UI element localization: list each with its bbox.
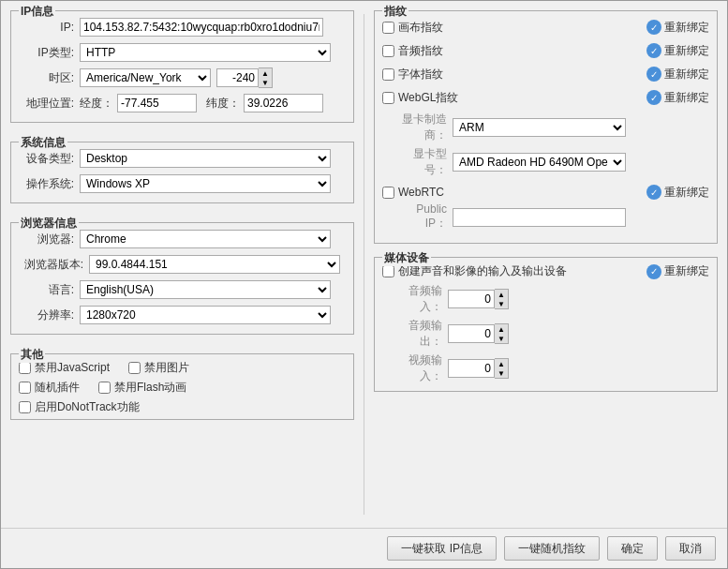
ip-label: IP: [19,21,80,34]
media-create-checkbox[interactable] [382,265,394,277]
audio-input-up-btn[interactable]: ▲ [495,290,508,299]
ip-info-title: IP信息 [19,4,55,20]
disable-js-checkbox[interactable] [19,362,31,374]
geo-inputs: 经度： 纬度： [80,94,323,112]
video-input-up-btn[interactable]: ▲ [495,359,508,368]
lang-select[interactable]: English(USA) Chinese(Simplified) [80,280,331,299]
font-fp-label[interactable]: 字体指纹 [382,67,485,82]
media-section: 媒体设备 创建声音和影像的输入及输出设备 ✓ 重新绑定 音频输入： [374,257,718,392]
dnt-checkbox[interactable] [19,401,31,413]
browser-select[interactable]: Chrome Firefox Edge Safari [80,230,331,248]
media-rebind-check-icon: ✓ [646,264,661,279]
disable-images-item[interactable]: 禁用图片 [128,360,189,376]
resolution-row: 分辨率: 1280x720 1920x1080 2560x1440 [19,305,346,325]
public-ip-row: Public IP： [382,202,709,232]
audio-fp-rebind[interactable]: ✓ 重新绑定 [646,43,709,59]
confirm-button[interactable]: 确定 [607,536,658,561]
other-title: 其他 [19,347,45,363]
webrtc-rebind[interactable]: ✓ 重新绑定 [646,185,709,201]
ip-type-select[interactable]: HTTP HTTPS SOCKS5 [80,43,331,62]
canvas-fp-checkbox[interactable] [382,22,394,34]
audio-input-row: 音频输入： ▲ ▼ [382,283,709,315]
webrtc-checkbox[interactable] [382,187,394,199]
ip-input[interactable] [80,18,323,37]
audio-output-spinner-btns: ▲ ▼ [495,323,509,344]
browser-version-select[interactable]: 99.0.4844.151 [89,255,340,274]
gpu-model-label: 显卡型号： [392,146,453,178]
dnt-item[interactable]: 启用DoNotTrack功能 [19,399,140,415]
webrtc-check-icon: ✓ [646,185,661,200]
fingerprint-title: 指纹 [382,4,409,20]
audio-output-up-btn[interactable]: ▲ [495,324,508,334]
disable-images-checkbox[interactable] [128,362,141,374]
browser-label: 浏览器: [19,232,80,247]
left-panel: IP信息 IP: IP类型: HTTP HTTPS SOCKS5 时区: [10,10,354,518]
system-info-title: 系统信息 [19,135,67,151]
webrtc-label[interactable]: WebRTC [382,186,485,199]
offset-down-btn[interactable]: ▼ [259,78,272,87]
webgl-fp-checkbox[interactable] [382,92,394,104]
timezone-offset-input[interactable] [216,68,259,87]
video-input-field[interactable] [448,359,495,378]
longitude-input[interactable] [117,94,197,112]
canvas-fp-label[interactable]: 画布指纹 [382,20,485,36]
disable-flash-checkbox[interactable] [98,382,111,394]
timezone-row: 时区: America/New_York ▲ ▼ [19,67,346,88]
device-type-select[interactable]: Desktop Mobile Tablet [80,149,331,168]
random-plugins-item[interactable]: 随机插件 [19,380,80,396]
canvas-fp-rebind[interactable]: ✓ 重新绑定 [646,20,709,36]
webgl-fp-rebind[interactable]: ✓ 重新绑定 [646,90,709,106]
audio-output-down-btn[interactable]: ▼ [495,334,508,343]
random-plugins-label: 随机插件 [35,380,80,396]
offset-up-btn[interactable]: ▲ [259,68,272,78]
public-ip-input[interactable] [453,208,626,227]
latitude-label: 纬度： [206,96,240,112]
disable-js-label: 禁用JavaScript [35,360,110,376]
random-fp-button[interactable]: 一键随机指纹 [504,536,600,561]
other-section: 其他 禁用JavaScript 禁用图片 [10,353,354,420]
get-ip-button[interactable]: 一键获取 IP信息 [387,536,497,561]
random-plugins-checkbox[interactable] [19,382,31,394]
dialog-footer: 一键获取 IP信息 一键随机指纹 确定 取消 [1,528,727,568]
gpu-model-select[interactable]: AMD Radeon HD 6490M OpenGL E [453,153,626,172]
audio-fp-checkbox[interactable] [382,45,394,57]
disable-flash-item[interactable]: 禁用Flash动画 [98,380,186,396]
audio-input-field[interactable] [448,290,495,308]
font-fp-check-icon: ✓ [646,67,661,82]
font-fp-row: 字体指纹 ✓ 重新绑定 [382,64,709,84]
webgl-fp-label[interactable]: WebGL指纹 [382,90,485,106]
gpu-manufacturer-select[interactable]: ARM NVIDIA AMD [453,118,626,137]
audio-input-down-btn[interactable]: ▼ [495,299,508,308]
disable-flash-label: 禁用Flash动画 [114,380,186,396]
video-input-down-btn[interactable]: ▼ [495,368,508,378]
audio-fp-label[interactable]: 音频指纹 [382,43,485,59]
cancel-button[interactable]: 取消 [665,536,716,561]
latitude-input[interactable] [244,94,323,112]
os-label: 操作系统: [19,176,80,192]
media-create-row: 创建声音和影像的输入及输出设备 ✓ 重新绑定 [382,263,709,279]
canvas-fp-row: 画布指纹 ✓ 重新绑定 [382,17,709,37]
os-select[interactable]: Windows XP Windows 7 Windows 10 macOS Li… [80,174,331,193]
audio-input-spinner-btns: ▲ ▼ [495,289,509,309]
font-fp-rebind[interactable]: ✓ 重新绑定 [646,67,709,82]
lang-label: 语言: [19,282,80,298]
ip-type-row: IP类型: HTTP HTTPS SOCKS5 [19,42,346,63]
audio-fp-row: 音频指纹 ✓ 重新绑定 [382,40,709,61]
timezone-select[interactable]: America/New_York [80,68,211,87]
lang-row: 语言: English(USA) Chinese(Simplified) [19,279,346,300]
audio-output-spinner: ▲ ▼ [448,323,513,344]
video-input-label: 视频输入： [392,352,448,384]
timezone-offset-spinner[interactable]: ▲ ▼ [259,67,273,88]
media-title: 媒体设备 [382,250,431,266]
resolution-select[interactable]: 1280x720 1920x1080 2560x1440 [80,306,331,324]
media-create-rebind[interactable]: ✓ 重新绑定 [646,263,709,279]
panel-divider [364,14,364,515]
fp-items: 画布指纹 ✓ 重新绑定 音频指纹 [382,17,709,108]
longitude-label: 经度： [80,96,113,112]
system-info-section: 系统信息 设备类型: Desktop Mobile Tablet 操作系统: W… [10,142,354,203]
public-ip-label: Public IP： [392,202,453,232]
font-fp-checkbox[interactable] [382,68,394,81]
browser-version-label: 浏览器版本: [19,257,89,273]
audio-output-field[interactable] [448,324,495,343]
disable-images-label: 禁用图片 [144,360,189,376]
